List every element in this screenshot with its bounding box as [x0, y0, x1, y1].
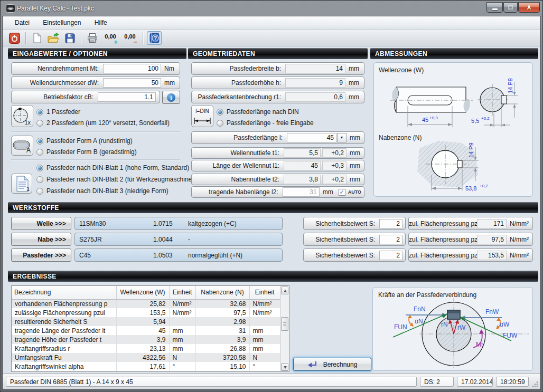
decrease-decimals-button[interactable]: 0,00− — [121, 31, 139, 45]
menu-hilfe[interactable]: Hilfe — [89, 16, 113, 29]
field-unit: mm — [345, 79, 361, 87]
hub-safety-input[interactable]: 2 — [379, 235, 402, 244]
exit-button[interactable] — [7, 31, 22, 45]
menu-datei[interactable]: Datei — [9, 16, 35, 29]
wellendurchmesser-input[interactable]: 50 — [103, 78, 161, 88]
field-label: Nenndrehmoment Mt: — [12, 65, 103, 72]
result-w: 3,9 — [116, 335, 169, 344]
shaft-material-button[interactable]: Welle >>> — [11, 217, 71, 230]
table-row[interactable]: vorhandenen Flächenpressung p 25,82 N/mm… — [12, 299, 280, 308]
col-header[interactable]: Einheit — [169, 286, 195, 299]
radio-form-b[interactable]: Passfeder Form B (geradstirnig) — [36, 148, 137, 156]
hub-safety-field: Sicherheitsbeiwert S: 2 — [303, 233, 406, 246]
force-fun-label: FUN — [394, 323, 407, 331]
title-bar[interactable]: Parallel Key Calc - Test.pkc X — [1, 1, 542, 16]
radio-one-key[interactable]: 1 Passfeder — [36, 108, 80, 116]
betriebsfaktor-input[interactable]: 1.1 — [98, 92, 156, 102]
info-button[interactable]: i — [162, 91, 180, 104]
field-nabenlaenge: tragende Nabenlänge l2: 31 mm ✓ AUTO — [191, 186, 364, 198]
table-row[interactable]: tragende Länge der Passfeder lt 45 mm 31… — [12, 326, 280, 335]
force-fnw-label: FnW — [485, 308, 499, 315]
radio-label: Passfeder Form A (rundstirnig) — [46, 137, 133, 145]
resize-grip[interactable] — [532, 381, 539, 388]
close-button[interactable]: X — [518, 2, 540, 13]
table-row[interactable]: Kraftangriffswinkel alpha 17,61 ° 15,10 … — [12, 362, 280, 371]
field-unit: mm — [347, 162, 361, 169]
nabenlaenge-input[interactable]: 31 — [283, 187, 320, 197]
field-unit: mm — [320, 188, 333, 196]
result-n: 3720,58 — [195, 353, 249, 362]
table-row[interactable]: Kraftangriffsradius r 23,13 mm 26,88 mm — [12, 344, 280, 353]
result-n: 2,98 — [195, 317, 249, 326]
table-row[interactable]: Umfangskraft Fu 4322,56 N 3720,58 N — [12, 353, 280, 362]
save-floppy-icon — [65, 33, 75, 43]
passfederlaenge-select-value[interactable]: 45 — [287, 133, 336, 142]
radio-length-din[interactable]: Passfederlänge nach DIN — [217, 108, 299, 116]
result-name: resultierende Sicherheit S — [12, 317, 116, 326]
key-material-button[interactable]: Passfeder >>> — [11, 248, 71, 262]
result-n: 15,10 — [195, 362, 249, 371]
col-header[interactable]: Bezeichnung — [12, 286, 116, 299]
wellennuttiefe-tolerance: +0,2 — [322, 148, 347, 158]
radio-din-blatt-2[interactable]: Passfeder nach DIN-Blatt 2 (für Werkzeug… — [36, 175, 198, 184]
result-w: 4322,56 — [116, 353, 169, 362]
col-header[interactable]: Einheit — [249, 286, 280, 299]
auto-label: AUTO — [345, 189, 361, 195]
result-w: 17,61 — [116, 362, 169, 371]
key-form-icon-box: A — [11, 136, 33, 156]
nenndrehmoment-input[interactable]: 100 — [103, 64, 161, 73]
menu-einstellungen[interactable]: Einstellungen — [37, 16, 87, 29]
result-w-unit: ° — [169, 362, 195, 371]
table-row[interactable]: resultierende Sicherheit S 5,94 2,98 — [12, 317, 280, 326]
shaft-safety-input[interactable]: 2 — [379, 219, 402, 228]
scroll-up-button[interactable] — [281, 286, 288, 294]
field-label: Passfederbreite b: — [192, 65, 285, 72]
result-name: Umfangskraft Fu — [12, 353, 116, 362]
table-row[interactable]: zulässige Flächenpressung pzul 153,5 N/m… — [12, 308, 280, 317]
calculate-button[interactable]: Berechnung — [293, 358, 371, 371]
key-safety-input[interactable]: 2 — [379, 251, 402, 260]
radio-din-blatt-1[interactable]: Passfeder nach DIN-Blatt 1 (hohe Form, S… — [36, 164, 189, 172]
radio-length-free[interactable]: Passfederlänge - freie Eingabe — [217, 119, 314, 127]
print-button[interactable] — [85, 31, 100, 45]
app-icon[interactable] — [6, 4, 15, 13]
radio-din-blatt-3[interactable]: Passfeder nach DIN-Blatt 3 (niedrige For… — [36, 187, 168, 195]
field-wellennuttiefe: Wellennuttiefe t1: 5,5 +0,2 mm — [191, 147, 364, 159]
col-header[interactable]: Nabenzone (N) — [195, 286, 249, 299]
open-file-button[interactable] — [46, 31, 61, 45]
length-dropdown-button[interactable]: ▼ — [337, 133, 347, 142]
open-folder-icon — [48, 33, 59, 43]
field-label: Betriebsfaktor cB: — [12, 93, 98, 101]
din-sheet-icon-box: 1 — [11, 174, 32, 194]
table-scrollbar[interactable] — [280, 286, 289, 371]
table-row[interactable]: tragende Höhe der Passfeder t 3,9 mm 3,9… — [12, 335, 280, 344]
document-icon — [14, 175, 34, 194]
material-name: S275JR — [75, 236, 149, 243]
section-header-results: ERGEBNISSE — [8, 271, 538, 282]
radio-form-a[interactable]: Passfeder Form A (rundstirnig) — [36, 137, 133, 145]
scrollbar-thumb[interactable] — [281, 317, 288, 331]
increase-decimals-button[interactable]: 0,00+ — [101, 31, 119, 45]
col-header[interactable]: Wellenzone (W) — [116, 286, 169, 299]
icon-caption: 1x — [24, 119, 31, 126]
status-bar: Passfeder DIN 6885 (Blatt 1) - A 14 x 9 … — [3, 373, 540, 389]
shaft-pressure-field: zul. Flächenpressung pzul: 171 N/mm² — [408, 217, 533, 230]
scroll-down-button[interactable] — [281, 363, 288, 371]
maximize-button[interactable] — [503, 2, 518, 13]
radio-two-keys[interactable]: 2 Passfedern (um 120° versetzt, Sonderfa… — [36, 119, 170, 127]
material-treatment: normalgeglüht (+N) — [184, 252, 282, 259]
hub-zone-label: Nabenzone (N) — [379, 134, 422, 141]
save-button[interactable] — [62, 31, 77, 45]
new-file-button[interactable] — [30, 31, 44, 45]
result-w: 23,13 — [116, 344, 169, 353]
auto-checkbox[interactable]: ✓ — [339, 189, 345, 196]
hub-material-button[interactable]: Nabe >>> — [11, 233, 71, 246]
material-number: 1.0044 — [149, 236, 184, 243]
result-name: vorhandenen Flächenpressung p — [12, 299, 116, 308]
radio-label: Passfeder Form B (geradstirnig) — [46, 148, 137, 156]
material-treatment: kaltgezogen (+C) — [184, 220, 282, 227]
passfederbreite-value: 14 — [285, 64, 345, 73]
field-wellennutlaenge: Länge der Wellennut l1: 45 +0,3 mm — [191, 160, 364, 171]
minimize-button[interactable] — [486, 2, 503, 13]
help-button[interactable]: ? — [147, 31, 162, 45]
